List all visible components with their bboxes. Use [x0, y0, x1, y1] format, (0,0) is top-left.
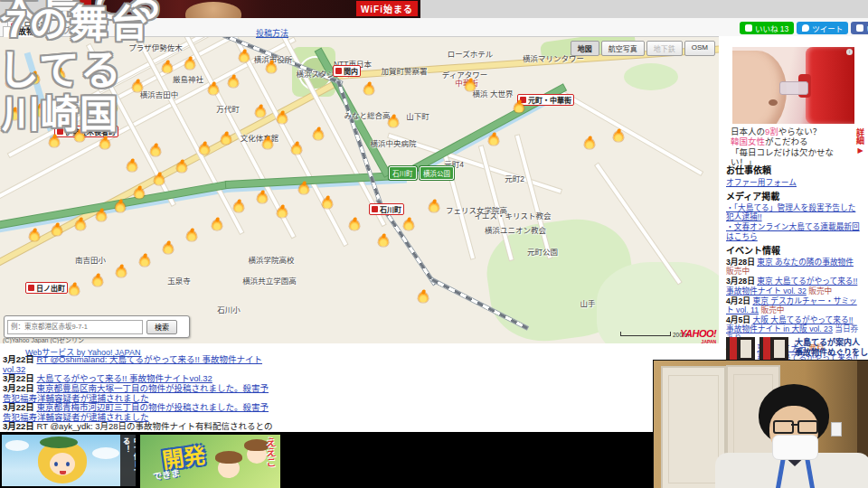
facebook-like-button[interactable]: いいね！3.7万 — [851, 22, 868, 34]
fire-marker[interactable] — [263, 138, 273, 148]
fire-marker[interactable] — [30, 230, 40, 240]
tab-blog[interactable]: ブログ — [56, 26, 93, 36]
fire-marker[interactable] — [75, 131, 85, 141]
line-like-button[interactable]: いいね 13 — [740, 22, 794, 34]
feed-item[interactable]: 3月22日 RT @Oshimaland: 大島てるがやって来る!! 事故物件ナ… — [3, 355, 276, 374]
station-badge: 日ノ出町 — [25, 282, 68, 294]
event-item[interactable]: 4月2日 東京 デスカルチャー・サミット vol. 11 販売中 — [726, 296, 863, 314]
anime-ad-banner-2[interactable]: 開発 できま ええこ — [140, 435, 280, 488]
tab-jiko-bukken[interactable]: 事故物件 — [3, 26, 50, 37]
fire-marker[interactable] — [61, 99, 71, 108]
fire-marker[interactable] — [187, 230, 197, 240]
fire-marker[interactable] — [76, 220, 86, 230]
fire-marker[interactable] — [108, 102, 118, 112]
fire-marker[interactable] — [299, 183, 309, 193]
fire-marker[interactable] — [379, 236, 389, 246]
tweet-button[interactable]: ツイート — [797, 22, 848, 34]
banner2-sub-text: できま — [152, 465, 181, 483]
fire-marker[interactable] — [514, 102, 524, 112]
feed-item[interactable]: 3月22日 東京都豊島区南大塚一丁目の物件が投稿されました。殺害予告犯福寿洋輔容… — [3, 384, 276, 403]
event-item[interactable]: 3月28日 東京 大島てるがやって来る!! 事故物件ナイト vol. 32 販売… — [726, 277, 863, 295]
fire-marker[interactable] — [278, 113, 288, 123]
fire-marker[interactable] — [585, 138, 595, 148]
fire-marker[interactable] — [185, 59, 195, 69]
anime-ad-banner-1[interactable]: 中で何してる！ — [2, 435, 136, 486]
station-icon — [335, 68, 342, 74]
ad-info-icon[interactable]: i — [846, 49, 853, 55]
fire-marker[interactable] — [70, 285, 80, 295]
fire-marker[interactable] — [267, 62, 277, 72]
line-bubble-icon — [745, 24, 752, 32]
fire-marker[interactable] — [222, 134, 231, 144]
map-search-input[interactable] — [7, 320, 143, 334]
fire-marker[interactable] — [100, 138, 110, 148]
boxer-photo — [185, 2, 241, 18]
sidebar-link[interactable]: オファー用フォーム — [726, 178, 863, 187]
map-type-button[interactable]: 地図 — [571, 41, 599, 56]
fire-marker[interactable] — [116, 202, 126, 211]
fire-marker[interactable] — [84, 101, 94, 111]
event-item[interactable]: 3月28日 東京 あなたの隣の事故物件 販売中 — [726, 258, 863, 276]
sidebar-link[interactable]: ・「大島てる」管理人を殺害予告した犯人逮捕!! — [726, 203, 863, 221]
fire-marker[interactable] — [50, 136, 60, 146]
fire-marker[interactable] — [419, 292, 429, 302]
fire-marker[interactable] — [140, 256, 150, 266]
fire-marker[interactable] — [97, 211, 107, 221]
fire-marker[interactable] — [200, 144, 210, 154]
fire-marker[interactable] — [117, 267, 127, 277]
fire-marker[interactable] — [30, 73, 40, 83]
device-tube — [779, 81, 808, 95]
feed-item[interactable]: 3月22日 東京都青梅市河辺町三丁目の物件が投稿されました。殺害予告犯福寿洋輔容… — [3, 403, 276, 422]
map-type-button[interactable]: 地下鉄 — [646, 41, 683, 56]
fire-marker[interactable] — [177, 162, 187, 172]
station-badge: 元町・中華街 — [517, 94, 574, 106]
fire-marker[interactable] — [258, 192, 268, 202]
fire-marker[interactable] — [292, 144, 302, 154]
fire-marker[interactable] — [209, 84, 219, 94]
highway-exit-badge: 石川町 — [389, 166, 417, 180]
sidebar-link[interactable]: ・文春オンライン大島てる連載最新回はこちら — [726, 222, 863, 240]
fire-marker[interactable] — [229, 77, 239, 87]
fire-marker[interactable] — [314, 129, 324, 139]
sidebar-ad[interactable]: i — [732, 47, 854, 124]
fire-marker[interactable] — [164, 243, 174, 253]
map-search-button[interactable]: 検索 — [146, 320, 177, 334]
fire-marker[interactable] — [489, 135, 499, 145]
map-type-button[interactable]: 航空写真 — [601, 41, 645, 56]
map-canvas[interactable]: プラザ伊勢佐木横浜市役所NTT東日本横浜スタジアム加賀町警察署ローズホテルディア… — [0, 36, 720, 343]
fire-marker[interactable] — [127, 161, 137, 171]
fire-marker[interactable] — [389, 117, 399, 127]
fire-marker[interactable] — [256, 107, 266, 117]
fire-marker[interactable] — [429, 202, 439, 211]
fire-marker[interactable] — [55, 70, 65, 80]
fire-marker[interactable] — [163, 62, 173, 72]
fire-marker[interactable] — [52, 225, 62, 235]
fire-marker[interactable] — [404, 220, 414, 230]
fire-marker[interactable] — [234, 202, 244, 211]
fire-marker[interactable] — [240, 52, 250, 61]
fire-marker[interactable] — [614, 131, 624, 141]
fire-marker[interactable] — [135, 188, 145, 198]
promo-thumbnail[interactable] — [726, 337, 755, 361]
promo-thumbnail[interactable] — [760, 337, 788, 361]
fire-marker[interactable] — [155, 174, 165, 184]
fire-marker[interactable] — [151, 145, 161, 155]
ad-detail-link[interactable]: 詳細▶ — [854, 128, 866, 155]
fire-marker[interactable] — [364, 84, 374, 94]
fire-marker[interactable] — [10, 109, 20, 119]
map-label: 元町公園 — [527, 246, 558, 257]
map-type-button[interactable]: OSM — [684, 41, 715, 56]
fire-marker[interactable] — [35, 106, 45, 116]
fire-marker[interactable] — [350, 220, 360, 230]
fire-marker[interactable] — [323, 198, 333, 208]
post-method-link[interactable]: 投稿方法 — [256, 27, 288, 39]
banner1-caption-strip: 中で何してる！ — [120, 435, 136, 486]
fire-marker[interactable] — [212, 220, 222, 230]
fire-marker[interactable] — [466, 80, 476, 90]
fire-marker[interactable] — [278, 207, 288, 217]
top-banner-ad[interactable]: WiFi始まる — [77, 0, 420, 18]
fire-marker[interactable] — [93, 276, 103, 286]
fire-marker[interactable] — [6, 77, 16, 87]
sidebar-heading: メディア掲載 — [726, 192, 863, 202]
fire-marker[interactable] — [133, 81, 143, 91]
